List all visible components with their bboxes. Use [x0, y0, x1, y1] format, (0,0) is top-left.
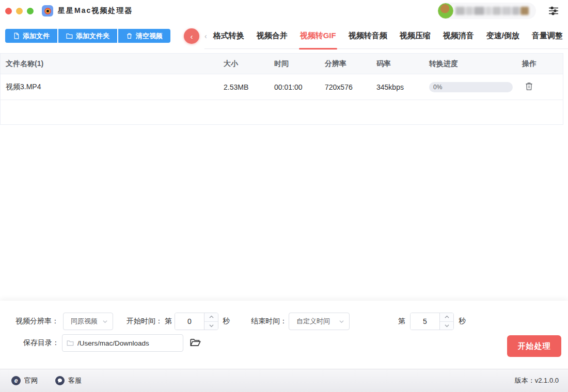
cell-size: 2.53MB: [224, 83, 274, 91]
trash-icon: [126, 32, 133, 39]
delete-row-button[interactable]: [523, 81, 534, 93]
end-suffix: 秒: [459, 317, 466, 326]
start-time-stepper: [175, 313, 218, 330]
resolution-select[interactable]: 同原视频: [63, 313, 113, 330]
save-dir-field: [62, 334, 183, 352]
add-folder-button[interactable]: 添加文件夹: [58, 29, 117, 43]
add-file-button[interactable]: 添加文件: [5, 29, 57, 43]
end-mode-select[interactable]: 自定义时间: [289, 313, 350, 330]
trash-icon: [525, 81, 533, 91]
tab-speed-reverse[interactable]: 变速/倒放: [480, 23, 526, 49]
start-time-label: 开始时间：: [127, 317, 163, 326]
customer-support-link[interactable]: 客服: [55, 376, 82, 385]
col-progress: 转换进度: [429, 59, 522, 69]
table-empty-row: [1, 100, 563, 124]
user-account[interactable]: [438, 3, 536, 19]
clear-videos-button[interactable]: 清空视频: [118, 29, 170, 43]
chevron-left-icon: ‹: [191, 32, 193, 41]
col-size: 大小: [224, 59, 274, 69]
col-duration: 时间: [274, 59, 325, 69]
end-decrement-icon[interactable]: [440, 322, 453, 330]
start-processing-button[interactable]: 开始处理: [507, 335, 561, 357]
tab-video-to-audio[interactable]: 视频转音频: [342, 23, 393, 49]
file-icon: [13, 32, 20, 39]
app-title: 星星Mac视频处理器: [58, 6, 133, 15]
start-increment-icon[interactable]: [204, 313, 218, 322]
resolution-label: 视频分辨率：: [15, 317, 59, 326]
col-resolution: 分辨率: [325, 59, 376, 69]
cell-resolution: 720x576: [325, 83, 376, 91]
version-text: 版本：v2.1.0.0: [515, 376, 559, 385]
folder-open-icon: [190, 338, 201, 347]
chevron-down-icon: [339, 319, 344, 324]
tab-video-merge[interactable]: 视频合并: [250, 23, 294, 49]
chevron-down-icon: [102, 319, 108, 324]
start-prefix: 第: [165, 317, 172, 326]
traffic-lights: [5, 8, 34, 14]
titlebar: 星星Mac视频处理器: [0, 0, 568, 22]
close-button[interactable]: [5, 8, 12, 14]
settings-sliders-icon[interactable]: [548, 6, 559, 16]
save-dir-label: 保存目录：: [23, 338, 59, 348]
browse-folder-button[interactable]: [189, 337, 201, 349]
collapse-panel-button[interactable]: ‹: [184, 28, 199, 44]
user-avatar: [438, 3, 453, 19]
col-bitrate: 码率: [376, 59, 429, 69]
app-icon: [42, 5, 53, 17]
minimize-button[interactable]: [16, 8, 23, 14]
save-dir-input[interactable]: [77, 339, 179, 347]
cell-filename: 视频3.MP4: [6, 83, 224, 92]
cell-bitrate: 345kbps: [376, 83, 429, 91]
function-tabs: ‹ 格式转换 视频合并 视频转GIF 视频转音频 视频压缩 视频消音 变速/倒放…: [204, 23, 568, 49]
zoom-button[interactable]: [27, 8, 34, 14]
table-row: 视频3.MP4 2.53MB 00:01:00 720x576 345kbps …: [1, 74, 563, 100]
chat-bubble-icon: [55, 376, 65, 385]
file-table: 文件名称(1) 大小 时间 分辨率 码率 转换进度 操作 视频3.MP4 2.5…: [0, 53, 563, 125]
settings-panel: 视频分辨率： 同原视频 开始时间： 第 秒 结束时间： 自定义时间 第: [0, 301, 568, 369]
end-increment-icon[interactable]: [440, 313, 453, 322]
end-time-input[interactable]: [411, 313, 439, 330]
col-filename: 文件名称(1): [6, 59, 224, 69]
col-actions: 操作: [522, 59, 563, 69]
tab-video-to-gif[interactable]: 视频转GIF: [294, 23, 342, 49]
end-prefix: 第: [398, 317, 405, 326]
toolbar-row: 添加文件 添加文件夹 清空视频 ‹ ‹ 格式转换 视频合并 视频转GIF 视频转…: [0, 23, 568, 49]
file-action-buttons: 添加文件 添加文件夹 清空视频: [5, 29, 170, 43]
official-website-link[interactable]: e 官网: [11, 376, 38, 385]
tab-video-mute[interactable]: 视频消音: [437, 23, 480, 49]
user-name-blurred: [455, 7, 529, 15]
tab-format-convert[interactable]: 格式转换: [207, 23, 250, 49]
website-globe-icon: e: [11, 376, 21, 385]
cell-duration: 00:01:00: [274, 83, 325, 91]
end-time-stepper: [410, 313, 454, 330]
settings-row-2: 保存目录：: [23, 334, 201, 352]
end-time-label: 结束时间：: [251, 317, 287, 326]
tab-video-compress[interactable]: 视频压缩: [393, 23, 437, 49]
tab-volume-adjust[interactable]: 音量调整: [526, 23, 568, 49]
progress-label: 0%: [433, 84, 442, 91]
end-time-spin: [439, 313, 453, 330]
folder-icon: [66, 32, 73, 39]
progress-bar: 0%: [429, 82, 513, 92]
start-suffix: 秒: [223, 317, 230, 326]
start-time-spin: [204, 313, 218, 330]
settings-row-1: 视频分辨率： 同原视频 开始时间： 第 秒 结束时间： 自定义时间 第: [15, 312, 466, 331]
start-time-input[interactable]: [175, 313, 204, 330]
table-header: 文件名称(1) 大小 时间 分辨率 码率 转换进度 操作: [1, 54, 563, 74]
footer: e 官网 客服 版本：v2.1.0.0: [0, 369, 568, 392]
folder-icon: [67, 340, 74, 346]
start-decrement-icon[interactable]: [204, 322, 218, 330]
